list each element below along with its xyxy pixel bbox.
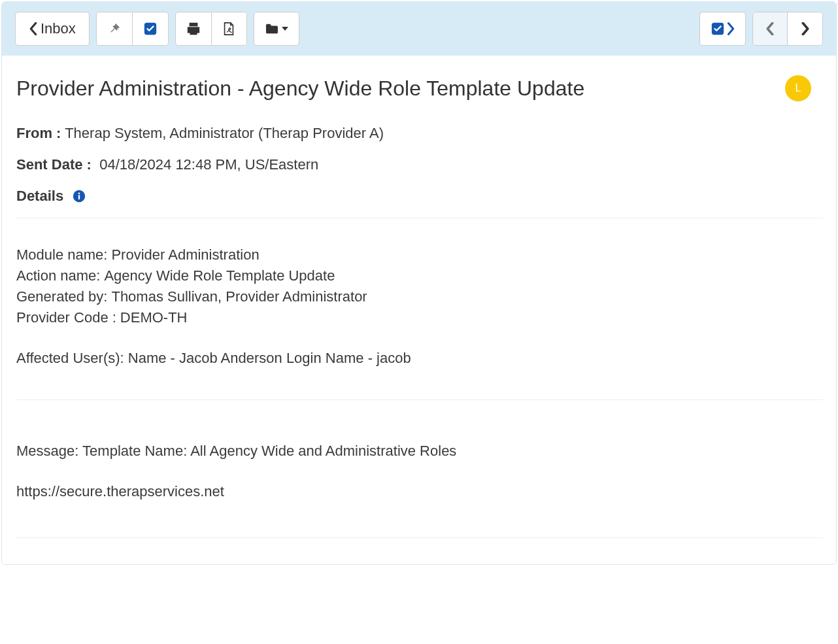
check-square-icon — [143, 22, 158, 36]
provider-code-value: DEMO-TH — [120, 307, 188, 328]
chevron-right-icon — [801, 22, 810, 35]
provider-code-line: Provider Code : DEMO-TH — [16, 307, 823, 328]
module-line: Module name: Provider Administration — [16, 245, 823, 265]
provider-code-label: Provider Code : — [16, 307, 116, 328]
generated-by-line: Generated by: Thomas Sullivan, Provider … — [16, 286, 823, 307]
check-square-icon — [711, 22, 725, 36]
generated-by-value: Thomas Sullivan, Provider Administrator — [111, 286, 367, 307]
message-body-block: Message: Template Name: All Agency Wide … — [16, 441, 823, 502]
from-value: Therap System, Administrator (Therap Pro… — [61, 125, 384, 141]
pdf-button[interactable] — [212, 12, 247, 46]
print-icon — [186, 22, 201, 36]
from-label: From : — [16, 125, 61, 141]
sent-date-label: Sent Date : — [16, 156, 92, 173]
details-header: Details — [16, 188, 823, 205]
mark-read-button[interactable] — [133, 12, 169, 46]
details-label: Details — [16, 188, 63, 205]
message-title: Provider Administration - Agency Wide Ro… — [16, 76, 584, 101]
sent-date-value: 04/18/2024 12:48 PM, US/Eastern — [99, 156, 318, 173]
chevron-left-icon — [765, 22, 775, 35]
toolbar-right — [699, 12, 823, 46]
divider — [16, 537, 823, 538]
pin-button[interactable] — [96, 12, 133, 46]
back-to-inbox-button[interactable]: Inbox — [15, 12, 90, 46]
divider — [16, 399, 823, 400]
action-value: Agency Wide Role Template Update — [104, 265, 335, 286]
message-url: https://secure.therapservices.net — [16, 481, 823, 502]
title-row: Provider Administration - Agency Wide Ro… — [16, 75, 823, 101]
action-group-2 — [175, 12, 247, 46]
next-button[interactable] — [788, 12, 823, 46]
module-value: Provider Administration — [111, 245, 259, 265]
chevron-left-icon — [29, 22, 38, 35]
nav-group — [752, 12, 823, 46]
details-block: Module name: Provider Administration Act… — [16, 245, 823, 368]
file-pdf-icon — [222, 22, 235, 36]
divider — [16, 218, 823, 218]
action-label: Action name: — [16, 265, 100, 286]
avatar-letter: L — [796, 82, 801, 94]
from-row: From : Therap System, Administrator (The… — [16, 125, 823, 142]
avatar: L — [785, 75, 811, 101]
chevron-right-icon — [727, 22, 735, 35]
generated-by-label: Generated by: — [16, 286, 107, 307]
toolbar-left: Inbox — [15, 12, 299, 46]
message-content: Provider Administration - Agency Wide Ro… — [2, 56, 836, 564]
info-icon[interactable] — [73, 190, 86, 203]
message-line: Message: Template Name: All Agency Wide … — [16, 441, 823, 462]
action-line: Action name: Agency Wide Role Template U… — [16, 265, 823, 286]
pin-icon — [107, 22, 122, 36]
svg-point-4 — [78, 193, 80, 195]
toolbar: Inbox — [2, 2, 836, 56]
inbox-label: Inbox — [41, 22, 76, 36]
folder-icon — [265, 23, 279, 35]
action-group-1 — [96, 12, 169, 46]
print-button[interactable] — [175, 12, 212, 46]
mark-read-next-button[interactable] — [699, 12, 746, 46]
svg-rect-3 — [78, 195, 80, 199]
caret-down-icon — [282, 27, 288, 31]
module-label: Module name: — [16, 245, 107, 265]
sent-date-row: Sent Date : 04/18/2024 12:48 PM, US/East… — [16, 156, 823, 173]
prev-button[interactable] — [752, 12, 788, 46]
move-to-folder-button[interactable] — [254, 12, 299, 46]
affected-users-line: Affected User(s): Name - Jacob Anderson … — [16, 348, 823, 369]
